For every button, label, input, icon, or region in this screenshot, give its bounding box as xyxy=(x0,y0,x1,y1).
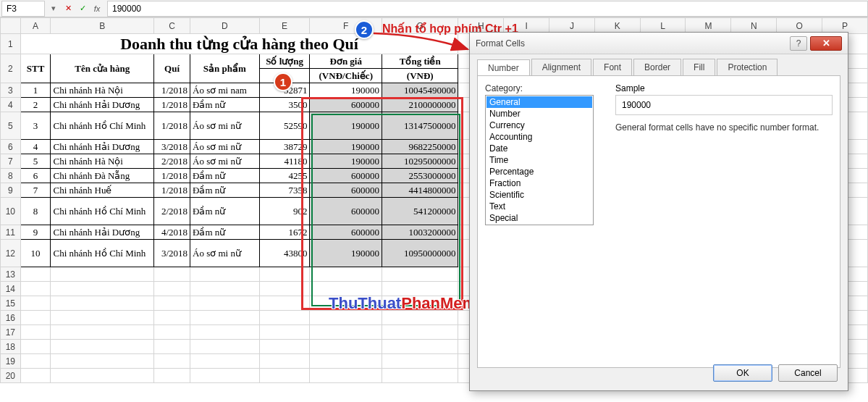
cell-ten[interactable]: Chi nhánh Hải Dương xyxy=(51,225,154,240)
cell-stt[interactable]: 1 xyxy=(20,83,51,98)
dialog-close-button[interactable]: ✕ xyxy=(810,36,842,51)
tab-font[interactable]: Font xyxy=(593,59,632,75)
cell-qui[interactable]: 1/2018 xyxy=(154,98,190,112)
cell-sp[interactable]: Đầm nữ xyxy=(190,225,260,240)
formula-input[interactable] xyxy=(107,1,868,17)
row-header[interactable]: 14 xyxy=(1,282,21,296)
cell-tt[interactable]: 13147500000 xyxy=(382,112,458,140)
cell-ten[interactable]: Chi nhánh Hải Dương xyxy=(51,98,154,112)
cell-ten[interactable]: Chi nhánh Đà Nẵng xyxy=(51,169,154,183)
name-box-dropdown-icon[interactable]: ▾ xyxy=(46,1,61,16)
enter-formula-icon[interactable]: ✓ xyxy=(75,1,90,16)
cell-dg[interactable]: 190000 xyxy=(310,240,382,267)
cell-stt[interactable]: 6 xyxy=(20,169,51,183)
cell-sp[interactable]: Đầm nữ xyxy=(190,198,260,225)
row-header[interactable]: 7 xyxy=(1,154,21,169)
category-item[interactable]: Text xyxy=(486,201,592,212)
cell-sl[interactable]: 43800 xyxy=(259,240,310,267)
row-header[interactable]: 20 xyxy=(1,369,21,383)
dialog-help-button[interactable]: ? xyxy=(790,36,807,51)
cell-qui[interactable]: 1/2018 xyxy=(154,169,190,183)
col-header[interactable]: C xyxy=(154,18,190,34)
row-header[interactable]: 8 xyxy=(1,169,21,183)
cell-stt[interactable]: 8 xyxy=(20,198,51,225)
cell-ten[interactable]: Chi nhánh Hà Nội xyxy=(51,83,154,98)
cell-sp[interactable]: Áo sơ mi nữ xyxy=(190,154,260,169)
cell-stt[interactable]: 2 xyxy=(20,98,51,112)
cell-qui[interactable]: 1/2018 xyxy=(154,183,190,198)
row-header[interactable]: 18 xyxy=(1,340,21,354)
cell-ten[interactable]: Chi nhánh Hà Nội xyxy=(51,154,154,169)
cell-ten[interactable]: Chi nhánh Hồ Chí Minh xyxy=(51,240,154,267)
cell-ten[interactable]: Chi nhánh Hải Dương xyxy=(51,140,154,154)
cell-dg[interactable]: 600000 xyxy=(310,169,382,183)
cell-stt[interactable]: 7 xyxy=(20,183,51,198)
cell-sp[interactable]: Áo sơ mi nữ xyxy=(190,140,260,154)
select-all-corner[interactable] xyxy=(1,18,21,34)
cell-sl[interactable]: 4255 xyxy=(259,169,310,183)
cell-sp[interactable]: Áo sơ mi nam xyxy=(190,83,260,98)
cell-sl[interactable]: 7358 xyxy=(259,183,310,198)
fx-icon[interactable]: fx xyxy=(90,1,104,16)
col-header[interactable]: E xyxy=(259,18,310,34)
cell-tt[interactable]: 541200000 xyxy=(382,198,458,225)
cell-tt[interactable]: 9682250000 xyxy=(382,140,458,154)
row-header[interactable]: 10 xyxy=(1,198,21,225)
category-item[interactable]: General xyxy=(486,96,592,108)
col-header[interactable]: D xyxy=(190,18,260,34)
cell-sp[interactable]: Áo sơ mi nữ xyxy=(190,112,260,140)
tab-protection[interactable]: Protection xyxy=(717,59,778,75)
col-header[interactable]: A xyxy=(20,18,51,34)
cell-sl[interactable]: 41180 xyxy=(259,154,310,169)
cell-sp[interactable]: Đầm nữ xyxy=(190,98,260,112)
row-header[interactable]: 12 xyxy=(1,240,21,267)
cell-tt[interactable]: 1003200000 xyxy=(382,225,458,240)
cell-sl[interactable]: 1672 xyxy=(259,225,310,240)
cell-sl[interactable]: 902 xyxy=(259,198,310,225)
row-header[interactable]: 19 xyxy=(1,354,21,369)
row-header[interactable]: 13 xyxy=(1,267,21,282)
cell-sp[interactable]: Đầm nữ xyxy=(190,183,260,198)
cell-stt[interactable]: 9 xyxy=(20,225,51,240)
tab-number[interactable]: Number xyxy=(477,59,530,76)
cell-dg[interactable]: 600000 xyxy=(310,198,382,225)
cell-tt[interactable]: 10045490000 xyxy=(382,83,458,98)
row-header[interactable]: 2 xyxy=(1,54,21,83)
row-header[interactable]: 3 xyxy=(1,83,21,98)
category-item[interactable]: Accounting xyxy=(486,131,592,143)
category-item[interactable]: Currency xyxy=(486,120,592,131)
category-item[interactable]: Scientific xyxy=(486,189,592,201)
row-header[interactable]: 9 xyxy=(1,183,21,198)
cell-qui[interactable]: 3/2018 xyxy=(154,240,190,267)
row-header[interactable]: 5 xyxy=(1,112,21,140)
row-header[interactable]: 16 xyxy=(1,311,21,325)
row-header[interactable]: 4 xyxy=(1,98,21,112)
cell-sl[interactable]: 3500 xyxy=(259,98,310,112)
cell-qui[interactable]: 2/2018 xyxy=(154,198,190,225)
cell-qui[interactable]: 1/2018 xyxy=(154,112,190,140)
cell-sp[interactable]: Đầm nữ xyxy=(190,169,260,183)
name-box[interactable] xyxy=(1,1,45,17)
category-item[interactable]: Custom xyxy=(486,224,592,225)
col-header[interactable]: B xyxy=(51,18,154,34)
cell-dg[interactable]: 600000 xyxy=(310,225,382,240)
cell-ten[interactable]: Chi nhánh Hồ Chí Minh xyxy=(51,112,154,140)
category-item[interactable]: Number xyxy=(486,108,592,120)
cell-dg[interactable]: 600000 xyxy=(310,98,382,112)
category-item[interactable]: Fraction xyxy=(486,177,592,189)
row-header[interactable]: 1 xyxy=(1,34,21,54)
category-item[interactable]: Percentage xyxy=(486,166,592,177)
cell-ten[interactable]: Chi nhánh Hồ Chí Minh xyxy=(51,198,154,225)
cell-tt[interactable]: 2553000000 xyxy=(382,169,458,183)
cancel-formula-icon[interactable]: ✕ xyxy=(61,1,75,16)
cell-dg[interactable]: 190000 xyxy=(310,154,382,169)
cell-stt[interactable]: 4 xyxy=(20,140,51,154)
tab-alignment[interactable]: Alignment xyxy=(531,59,591,75)
cell-tt[interactable]: 10295000000 xyxy=(382,154,458,169)
ok-button[interactable]: OK xyxy=(713,364,772,382)
category-item[interactable]: Date xyxy=(486,143,592,154)
row-header[interactable]: 17 xyxy=(1,325,21,340)
cell-sl[interactable]: 38729 xyxy=(259,140,310,154)
cell-qui[interactable]: 3/2018 xyxy=(154,140,190,154)
category-item[interactable]: Special xyxy=(486,212,592,224)
